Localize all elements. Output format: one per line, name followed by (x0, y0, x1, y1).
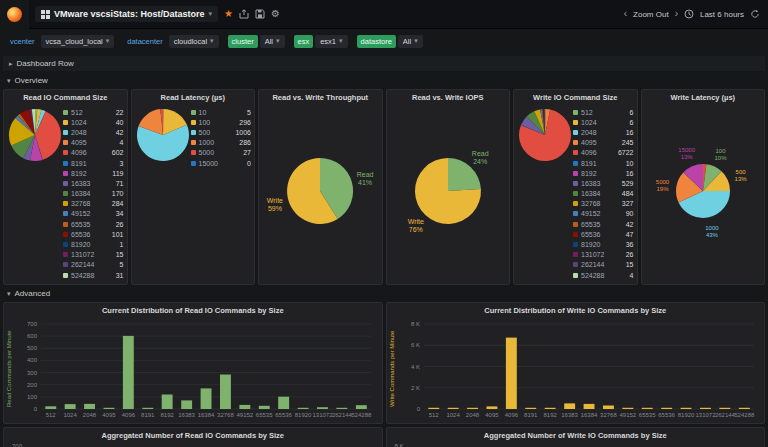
row-header-advanced[interactable]: ▾ Advanced (3, 287, 765, 300)
legend-item-81920[interactable]: 819201 (63, 239, 124, 249)
variable-value-esx[interactable]: esx1▾ (315, 35, 347, 48)
bar-131072[interactable] (317, 407, 328, 409)
bar-131072[interactable] (700, 408, 711, 409)
legend-item-8191[interactable]: 81913 (63, 158, 124, 168)
bar-8192[interactable] (162, 395, 173, 410)
legend-item-4095[interactable]: 40954 (63, 138, 124, 148)
star-icon[interactable]: ★ (224, 9, 233, 19)
bar-262144[interactable] (336, 408, 347, 409)
legend-item-65536[interactable]: 6553647 (573, 229, 634, 239)
refresh-icon[interactable] (750, 9, 760, 19)
legend-item-16384[interactable]: 16384484 (573, 189, 634, 199)
legend-item-2048[interactable]: 204842 (63, 127, 124, 137)
legend-item-500[interactable]: 5001006 (191, 127, 252, 137)
row-header-overview[interactable]: ▾ Overview (3, 74, 765, 87)
legend-item-100[interactable]: 100296 (191, 117, 252, 127)
settings-gear-icon[interactable]: ⚙ (271, 9, 280, 19)
bar-32768[interactable] (220, 375, 231, 410)
panel-title[interactable]: Current Distribution of Read IO Commands… (4, 303, 382, 318)
bar-512[interactable] (428, 408, 439, 409)
time-range-picker[interactable]: Last 6 hours (700, 10, 744, 19)
bar-4096[interactable] (123, 336, 134, 409)
legend-item-65536[interactable]: 65536101 (63, 229, 124, 239)
bar-16383[interactable] (564, 403, 575, 409)
legend-item-16384[interactable]: 16384170 (63, 189, 124, 199)
legend-item-4095[interactable]: 4095245 (573, 138, 634, 148)
bar-1024[interactable] (447, 408, 458, 409)
bar-4095[interactable] (486, 406, 497, 409)
bar-512[interactable] (45, 406, 56, 409)
bar-4096[interactable] (505, 338, 516, 409)
panel-title[interactable]: Read vs. Write Throughput (259, 90, 382, 105)
bar-65536[interactable] (661, 408, 672, 409)
panel-title[interactable]: Aggregated Number of Write IO Commands b… (387, 428, 765, 443)
bar-524288[interactable] (738, 408, 749, 409)
legend-item-8192[interactable]: 819216 (573, 168, 634, 178)
bar-65535[interactable] (259, 406, 270, 409)
legend-item-8191[interactable]: 819110 (573, 158, 634, 168)
panel-title[interactable]: Current Distribution of Write IO Command… (387, 303, 765, 318)
panel-title[interactable]: Aggregated Number of Read IO Commands by… (4, 428, 382, 443)
legend-item-1024[interactable]: 102440 (63, 117, 124, 127)
bar-16384[interactable] (201, 388, 212, 409)
bar-4095[interactable] (104, 408, 115, 409)
bar-16383[interactable] (181, 400, 192, 409)
legend-item-10[interactable]: 105 (191, 107, 252, 117)
bar-49152[interactable] (239, 405, 250, 409)
panel-title[interactable]: Write IO Command Size (514, 90, 637, 105)
panel-title[interactable]: Read vs. Write IOPS (387, 90, 510, 105)
bar-65536[interactable] (278, 397, 289, 409)
legend-item-512[interactable]: 5126 (573, 107, 634, 117)
legend-item-131072[interactable]: 13107226 (573, 250, 634, 260)
legend-item-32768[interactable]: 32768327 (573, 199, 634, 209)
legend-item-65535[interactable]: 6553526 (63, 219, 124, 229)
bar-8191[interactable] (525, 408, 536, 409)
bar-81920[interactable] (680, 408, 691, 409)
legend-item-81920[interactable]: 8192036 (573, 239, 634, 249)
zoom-in-right-chevron-icon[interactable]: › (675, 9, 678, 19)
bar-16384[interactable] (583, 404, 594, 409)
legend-item-16383[interactable]: 1638371 (63, 178, 124, 188)
grafana-logo-icon[interactable] (0, 0, 29, 29)
legend-item-4096[interactable]: 4096602 (63, 148, 124, 158)
panel-title[interactable]: Read IO Command Size (4, 90, 127, 105)
legend-item-1000[interactable]: 1000286 (191, 138, 252, 148)
bar-2048[interactable] (467, 408, 478, 409)
legend-item-524288[interactable]: 52428831 (63, 270, 124, 280)
legend-item-262144[interactable]: 2621445 (63, 260, 124, 270)
variable-value-datacenter[interactable]: cloudlocal▾ (169, 35, 219, 48)
variable-value-cluster[interactable]: All▾ (260, 35, 285, 48)
row-header-dashboard-row[interactable]: ▸ Dashboard Row (3, 56, 765, 71)
legend-item-131072[interactable]: 13107215 (63, 250, 124, 260)
bar-524288[interactable] (356, 405, 367, 409)
legend-item-1024[interactable]: 10246 (573, 117, 634, 127)
bar-65535[interactable] (641, 408, 652, 409)
legend-item-65535[interactable]: 6553542 (573, 219, 634, 229)
bar-49152[interactable] (622, 408, 633, 409)
zoom-out-button[interactable]: Zoom Out (633, 10, 669, 19)
bar-81920[interactable] (298, 408, 309, 409)
legend-item-2048[interactable]: 204816 (573, 127, 634, 137)
bar-262144[interactable] (719, 408, 730, 409)
bar-32768[interactable] (603, 406, 614, 410)
variable-value-vcenter[interactable]: vcsa_cloud_local▾ (41, 35, 115, 48)
legend-item-49152[interactable]: 4915234 (63, 209, 124, 219)
save-icon[interactable] (255, 9, 265, 19)
panel-title[interactable]: Write Latency (µs) (642, 90, 765, 105)
dashboard-title-dropdown[interactable]: VMware vscsiStats: Host/Datastore ▾ (35, 6, 218, 22)
panel-title[interactable]: Read Latency (µs) (132, 90, 255, 105)
variable-value-datastore[interactable]: All▾ (398, 35, 423, 48)
legend-item-262144[interactable]: 26214415 (573, 260, 634, 270)
legend-item-32768[interactable]: 32768284 (63, 199, 124, 209)
legend-item-49152[interactable]: 4915290 (573, 209, 634, 219)
legend-item-16383[interactable]: 16383529 (573, 178, 634, 188)
share-icon[interactable] (239, 9, 249, 19)
legend-item-524288[interactable]: 5242884 (573, 270, 634, 280)
legend-item-5000[interactable]: 500027 (191, 148, 252, 158)
bar-8191[interactable] (142, 408, 153, 409)
bar-8192[interactable] (544, 408, 555, 409)
zoom-out-left-chevron-icon[interactable]: ‹ (624, 9, 627, 19)
bar-1024[interactable] (65, 404, 76, 409)
legend-item-4096[interactable]: 40966722 (573, 148, 634, 158)
legend-item-8192[interactable]: 8192119 (63, 168, 124, 178)
